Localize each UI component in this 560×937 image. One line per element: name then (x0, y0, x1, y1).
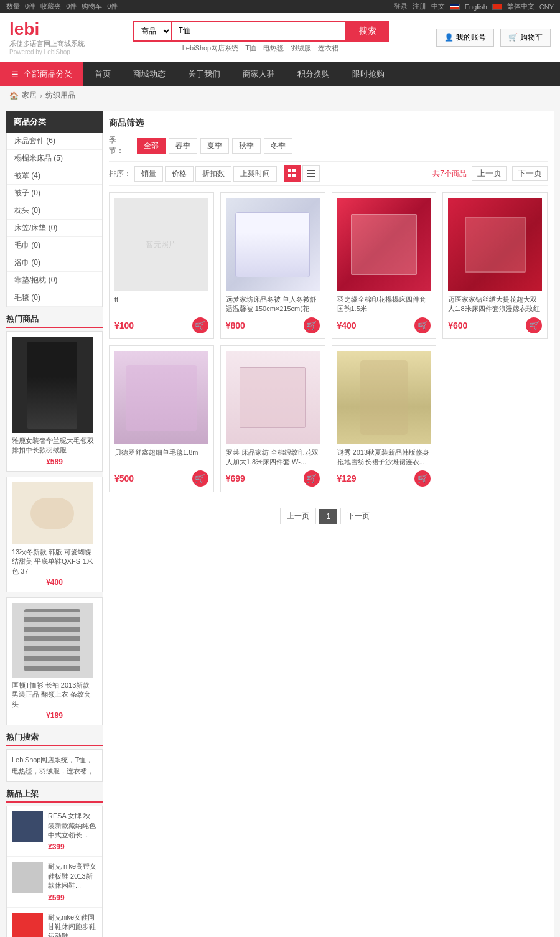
product-7-image (337, 351, 431, 444)
breadcrumb-home[interactable]: 家居 (22, 90, 37, 101)
next-page-top[interactable]: 下一页 (512, 166, 548, 181)
product-4-add-cart[interactable]: 🛒 (526, 317, 542, 333)
product-1-add-cart[interactable]: 🛒 (192, 317, 208, 333)
flag-tw-icon (492, 4, 502, 10)
nav-flash[interactable]: 限时抢购 (341, 62, 396, 86)
search-input[interactable] (172, 21, 347, 42)
product-5[interactable]: 贝德罗舒鑫超细单毛毯1.8m ¥500 🛒 (109, 345, 214, 492)
cat-towel[interactable]: 毛巾 (0) (7, 237, 102, 254)
register-link[interactable]: 注册 (413, 2, 426, 11)
cat-mattress[interactable]: 床笠/床垫 (0) (7, 220, 102, 237)
cat-pillow[interactable]: 枕头 (0) (7, 202, 102, 220)
season-filter: 季节： 全部 春季 夏季 秋季 冬季 (109, 135, 548, 156)
product-2-image (226, 198, 320, 291)
logo[interactable]: lebi (9, 19, 85, 39)
new-product-3-name: 耐克nike女鞋同甘鞋休闲跑步鞋运动鞋... (48, 913, 97, 937)
season-all[interactable]: 全部 (137, 138, 166, 154)
product-7[interactable]: 谜秀 2013秋夏装新品韩版修身拖地雪纺长裙子沙滩裙连衣... ¥129 🛒 (332, 345, 437, 492)
prev-page-button[interactable]: 上一页 (280, 508, 316, 524)
search-category-select[interactable]: 商品 (133, 21, 172, 42)
cat-cover[interactable]: 被罩 (4) (7, 167, 102, 185)
cat-quilt[interactable]: 被子 (0) (7, 185, 102, 202)
cat-blanket[interactable]: 毛毯 (0) (7, 289, 102, 307)
product-2-price: ¥800 (226, 320, 245, 330)
product-5-add-cart[interactable]: 🛒 (192, 470, 208, 487)
cat-bedding[interactable]: 床品套件 (6) (7, 133, 102, 150)
product-3-add-cart[interactable]: 🛒 (414, 317, 431, 333)
hot-product-2-name: 13秋冬新款 韩版 可爱蝴蝶结甜美 平底单鞋QXFS-1米色 37 (12, 548, 97, 576)
season-spring[interactable]: 春季 (169, 138, 197, 154)
search-link-dress[interactable]: 连衣裙 (318, 44, 338, 52)
cart-button[interactable]: 🛒 购物车 (500, 29, 551, 47)
sort-time[interactable]: 上架时间 (233, 166, 277, 182)
breadcrumb-current: 纺织用品 (45, 90, 75, 101)
pagination: 上一页 1 下一页 (109, 501, 548, 531)
hot-product-3-name: 匡顿T恤衫 长袖 2013新款 男装正品 翻领上衣 条纹套头 (12, 681, 97, 709)
page-1-button[interactable]: 1 (319, 509, 337, 524)
grid-view-button[interactable] (284, 165, 301, 182)
nav-points[interactable]: 积分换购 (286, 62, 341, 86)
list-view-button[interactable] (302, 165, 320, 182)
season-autumn[interactable]: 秋季 (232, 138, 261, 154)
product-3-image (337, 198, 431, 291)
lang-tw[interactable]: 繁体中文 (507, 2, 534, 11)
season-summer[interactable]: 夏季 (200, 138, 229, 154)
account-button[interactable]: 👤 我的账号 (436, 29, 494, 47)
product-7-add-cart[interactable]: 🛒 (414, 470, 431, 487)
product-4-bottom: ¥600 🛒 (448, 317, 542, 333)
nav-merchant[interactable]: 商家人驻 (231, 62, 286, 86)
next-page-button[interactable]: 下一页 (340, 508, 376, 524)
header: lebi 乐使多语言网上商城系统 Powered by LebiShop 商品 … (0, 13, 560, 62)
hot-product-1-name: 雅鹿女装奢华兰昵大毛领双排扣中长款羽绒服 (12, 436, 97, 455)
product-3[interactable]: 羽之缘全棉印花榻榻床四件套国韵1.5米 ¥400 🛒 (332, 192, 437, 339)
new-product-3[interactable]: 耐克nike女鞋同甘鞋休闲跑步鞋运动鞋... ¥799 (7, 908, 102, 937)
product-6-add-cart[interactable]: 🛒 (304, 470, 320, 487)
list-icon (307, 169, 315, 178)
quantity-count: 0件 (25, 2, 35, 11)
new-product-2[interactable]: 耐克 nike高帮女鞋板鞋 2013新款休闲鞋... ¥599 (7, 857, 102, 907)
sort-price[interactable]: 价格 (165, 166, 194, 182)
search-button[interactable]: 搜索 (347, 21, 389, 42)
search-link-blanket[interactable]: 电热毯 (263, 44, 284, 52)
product-2[interactable]: 远梦家坊床品冬被 单人冬被舒适温馨被 150cm×215cm(花... ¥800… (220, 192, 325, 339)
lang-cn[interactable]: 中文 (431, 2, 445, 11)
hot-product-2[interactable]: 13秋冬新款 韩版 可爱蝴蝶结甜美 平底单鞋QXFS-1米色 37 ¥400 (6, 477, 103, 592)
new-product-2-price: ¥599 (48, 893, 97, 902)
product-6[interactable]: 罗莱 床品家纺 全棉缎纹印花双人加大1.8米床四件套 W-... ¥699 🛒 (220, 345, 325, 492)
product-1[interactable]: 暂无照片 tt ¥100 🛒 (109, 192, 214, 339)
logo-tagline: 乐使多语言网上商城系统 (9, 39, 85, 49)
currency[interactable]: CNY (539, 3, 554, 11)
lang-english[interactable]: English (465, 3, 487, 11)
product-5-image (114, 351, 208, 444)
season-winter[interactable]: 冬季 (264, 138, 292, 154)
sort-sales[interactable]: 销量 (134, 166, 163, 182)
product-2-name: 远梦家坊床品冬被 单人冬被舒适温馨被 150cm×215cm(花... (226, 295, 320, 315)
search-link-down[interactable]: 羽绒服 (291, 44, 311, 52)
product-6-image (226, 351, 320, 444)
product-4-price: ¥600 (448, 320, 467, 330)
cat-tatami[interactable]: 榻榻米床品 (5) (7, 150, 102, 167)
logo-area: lebi 乐使多语言网上商城系统 Powered by LebiShop (9, 19, 85, 55)
all-categories-button[interactable]: ☰ 全部商品分类 (0, 62, 83, 86)
sort-discount[interactable]: 折扣数 (195, 166, 231, 182)
favorites-count: 0件 (66, 2, 77, 11)
hot-product-3[interactable]: 匡顿T恤衫 长袖 2013新款 男装正品 翻领上衣 条纹套头 ¥189 (6, 597, 103, 725)
prev-page-top[interactable]: 上一页 (472, 166, 507, 181)
product-4[interactable]: 迈医家家钻丝绣大提花超大双人1.8米床四件套浪漫嫁衣玫红 ¥600 🛒 (442, 192, 548, 339)
cat-cushion[interactable]: 靠垫/抱枕 (0) (7, 272, 102, 289)
search-link-lebishop[interactable]: LebiShop网店系统 (182, 44, 239, 52)
main-content: 商品筛选 季节： 全部 春季 夏季 秋季 冬季 排序： 销量 价格 折扣数 上架… (103, 111, 554, 937)
svg-rect-2 (288, 174, 291, 177)
hot-product-1[interactable]: 雅鹿女装奢华兰昵大毛领双排扣中长款羽绒服 ¥589 (6, 331, 103, 472)
search-link-tshirt[interactable]: T恤 (245, 44, 256, 52)
login-link[interactable]: 登录 (394, 2, 408, 11)
sort-bar: 排序： 销量 价格 折扣数 上架时间 共7个商品 上一页 下一页 (109, 161, 548, 186)
new-products-title: 新品上架 (6, 788, 103, 803)
nav-home[interactable]: 首页 (83, 62, 122, 86)
product-2-add-cart[interactable]: 🛒 (304, 317, 320, 333)
nav-news[interactable]: 商城动态 (122, 62, 177, 86)
new-product-3-info: 耐克nike女鞋同甘鞋休闲跑步鞋运动鞋... ¥799 (48, 913, 97, 937)
nav-about[interactable]: 关于我们 (177, 62, 231, 86)
new-product-1[interactable]: RESA 女牌 秋装新款藏纳纯色中式立领长... ¥399 (7, 806, 102, 857)
cat-bath-towel[interactable]: 浴巾 (0) (7, 254, 102, 272)
